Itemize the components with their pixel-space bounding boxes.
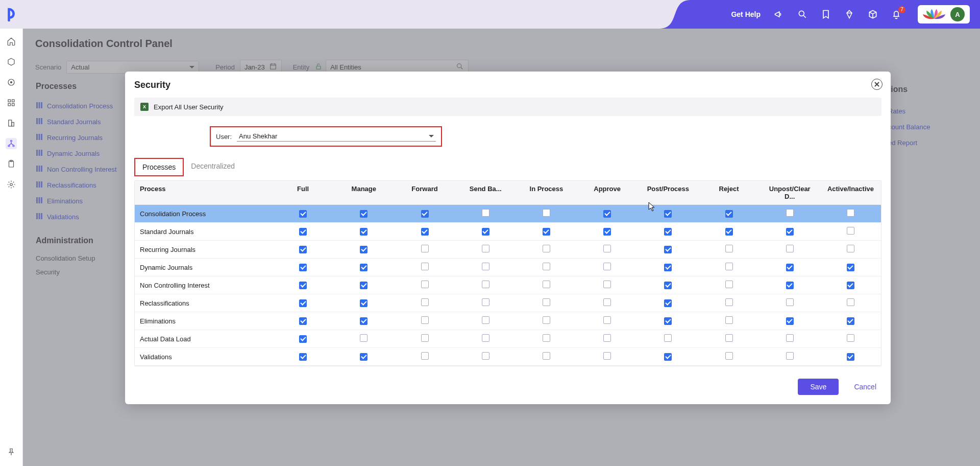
column-header[interactable]: In Process	[516, 181, 577, 204]
checkbox[interactable]	[786, 282, 794, 289]
checkbox[interactable]	[543, 263, 550, 270]
column-header[interactable]: Forward	[394, 181, 455, 204]
checkbox[interactable]	[360, 210, 368, 218]
checkbox[interactable]	[603, 281, 611, 288]
checkbox[interactable]	[421, 281, 429, 288]
checkbox[interactable]	[543, 316, 550, 324]
pin-icon[interactable]	[6, 447, 17, 458]
checkbox[interactable]	[482, 245, 489, 252]
checkbox[interactable]	[725, 334, 733, 342]
save-button[interactable]: Save	[798, 379, 839, 395]
checkbox[interactable]	[664, 228, 672, 236]
checkbox[interactable]	[786, 228, 794, 236]
announce-icon[interactable]	[774, 9, 784, 19]
clipboard-icon[interactable]	[6, 158, 17, 170]
checkbox[interactable]	[786, 352, 794, 360]
get-help-link[interactable]: Get Help	[731, 10, 761, 18]
checkbox[interactable]	[664, 353, 672, 361]
checkbox[interactable]	[543, 298, 550, 306]
export-bar[interactable]: X Export All User Security	[134, 98, 881, 116]
checkbox[interactable]	[725, 210, 733, 218]
checkbox[interactable]	[725, 245, 733, 252]
bookmark-icon[interactable]	[821, 9, 831, 19]
checkbox[interactable]	[786, 209, 794, 217]
checkbox[interactable]	[421, 352, 429, 360]
checkbox[interactable]	[847, 282, 854, 289]
column-header[interactable]: Unpost/Clear D...	[760, 181, 820, 204]
checkbox[interactable]	[360, 282, 368, 289]
hierarchy-icon[interactable]	[6, 138, 17, 149]
checkbox[interactable]	[664, 282, 672, 289]
checkbox[interactable]	[847, 245, 854, 252]
building-icon[interactable]	[6, 118, 17, 129]
checkbox[interactable]	[543, 228, 550, 236]
checkbox[interactable]	[725, 281, 733, 288]
table-row[interactable]: Dynamic Journals	[135, 259, 881, 276]
checkbox[interactable]	[299, 282, 307, 289]
column-header[interactable]: Send Ba...	[455, 181, 516, 204]
checkbox[interactable]	[847, 298, 854, 306]
checkbox[interactable]	[603, 298, 611, 306]
checkbox[interactable]	[482, 334, 489, 342]
checkbox[interactable]	[543, 352, 550, 360]
table-row[interactable]: Non Controlling Interest	[135, 276, 881, 294]
avatar[interactable]: A	[950, 7, 965, 21]
box-icon[interactable]	[6, 56, 17, 67]
checkbox[interactable]	[603, 316, 611, 324]
checkbox[interactable]	[360, 353, 368, 361]
app-logo[interactable]	[0, 0, 23, 29]
column-header[interactable]: Manage	[333, 181, 394, 204]
checkbox[interactable]	[482, 298, 489, 306]
checkbox[interactable]	[421, 316, 429, 324]
tab-decentralized[interactable]: Decentralized	[184, 158, 242, 176]
checkbox[interactable]	[482, 228, 489, 236]
checkbox[interactable]	[299, 264, 307, 271]
search-icon[interactable]	[797, 9, 807, 19]
checkbox[interactable]	[482, 209, 489, 217]
checkbox[interactable]	[786, 317, 794, 325]
user-dropdown[interactable]: Anu Shekhar	[237, 131, 436, 142]
table-row[interactable]: Validations	[135, 348, 881, 366]
checkbox[interactable]	[482, 281, 489, 288]
checkbox[interactable]	[360, 299, 368, 307]
checkbox[interactable]	[543, 245, 550, 252]
checkbox[interactable]	[543, 334, 550, 342]
checkbox[interactable]	[421, 263, 429, 270]
cube-icon[interactable]	[868, 9, 878, 19]
close-icon[interactable]	[871, 79, 883, 90]
checkbox[interactable]	[299, 299, 307, 307]
table-row[interactable]: Standard Journals	[135, 223, 881, 241]
checkbox[interactable]	[847, 209, 854, 217]
checkbox[interactable]	[603, 334, 611, 342]
checkbox[interactable]	[847, 264, 854, 271]
column-header[interactable]: Approve	[577, 181, 638, 204]
checkbox[interactable]	[299, 210, 307, 218]
column-header[interactable]: Post/Process	[638, 181, 698, 204]
checkbox[interactable]	[482, 316, 489, 324]
checkbox[interactable]	[360, 264, 368, 271]
checkbox[interactable]	[786, 334, 794, 342]
checkbox[interactable]	[664, 246, 672, 253]
checkbox[interactable]	[482, 263, 489, 270]
checkbox[interactable]	[299, 335, 307, 343]
table-row[interactable]: Consolidation Process	[135, 205, 881, 223]
checkbox[interactable]	[299, 228, 307, 236]
checkbox[interactable]	[786, 298, 794, 306]
target-icon[interactable]	[6, 77, 17, 88]
checkbox[interactable]	[664, 264, 672, 271]
checkbox[interactable]	[299, 317, 307, 325]
checkbox[interactable]	[360, 246, 368, 253]
checkbox[interactable]	[603, 228, 611, 236]
table-row[interactable]: Eliminations	[135, 312, 881, 330]
checkbox[interactable]	[421, 228, 429, 236]
checkbox[interactable]	[725, 352, 733, 360]
checkbox[interactable]	[482, 352, 489, 360]
checkbox[interactable]	[543, 281, 550, 288]
checkbox[interactable]	[299, 246, 307, 253]
cancel-button[interactable]: Cancel	[849, 379, 881, 395]
grid-icon[interactable]	[6, 97, 17, 108]
checkbox[interactable]	[603, 245, 611, 252]
checkbox[interactable]	[786, 245, 794, 252]
checkbox[interactable]	[847, 227, 854, 235]
checkbox[interactable]	[421, 245, 429, 252]
